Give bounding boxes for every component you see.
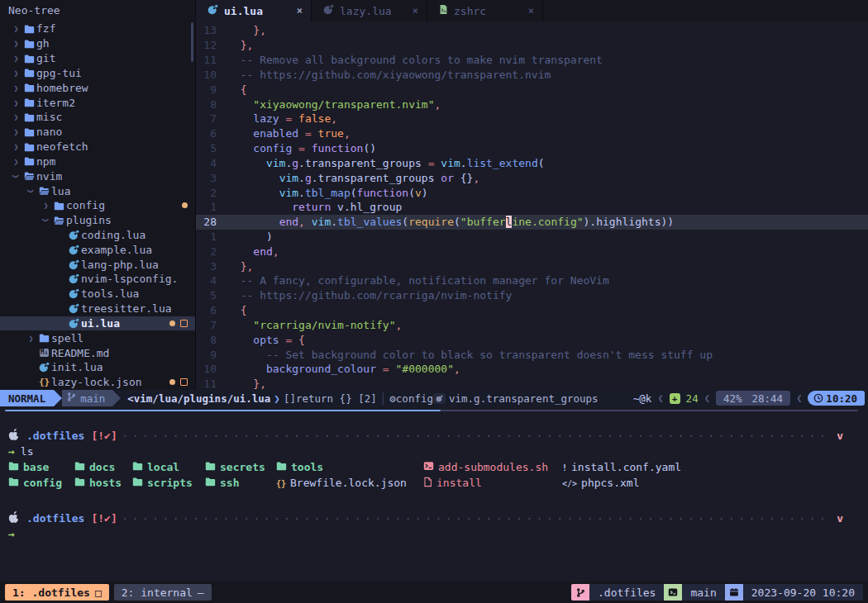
tree-item-gpg-tui[interactable]: ❯gpg-tui: [0, 65, 195, 80]
statusline: NORMAL main <vim/lua/plugins/ui.lua ❯ []…: [0, 390, 868, 406]
tree-item-codinglua[interactable]: coding.lua: [0, 228, 195, 243]
code-token: [305, 216, 312, 228]
code-token: .highlights)): [589, 216, 674, 228]
tree-item-uilua[interactable]: ui.lua: [0, 316, 195, 331]
line-number: 3: [196, 260, 227, 273]
tab-zshrc[interactable]: zshrc×: [427, 0, 543, 21]
tree-item-git[interactable]: ❯git: [0, 51, 195, 66]
ls-entry-label: add-submodules.sh: [438, 461, 548, 473]
tree-item-config[interactable]: ❯config: [0, 198, 195, 213]
tree-item-lazy-lockjson[interactable]: {}lazy-lock.json: [0, 375, 195, 390]
close-icon[interactable]: ×: [413, 5, 418, 17]
prompt-trail: v: [837, 512, 843, 525]
tree-item-nano[interactable]: ❯nano: [0, 125, 195, 140]
command-line-empty[interactable]: →: [8, 526, 868, 542]
editor-buffer[interactable]: 13 },12 },11 -- Remove all background co…: [196, 21, 868, 390]
code-token: or: [441, 172, 454, 184]
terminal-pane[interactable]: .dotfiles[!✔]···························…: [0, 415, 868, 582]
code-token: -- A fancy, configurable, notification m…: [227, 274, 609, 287]
tree-item-iterm2[interactable]: ❯iterm2: [0, 95, 195, 110]
powerline-separator: [54, 390, 62, 406]
tree-item-npm[interactable]: ❯npm: [0, 154, 195, 169]
tmux-datetime: 2023-09-20 10:20: [743, 586, 863, 599]
tree-item-misc[interactable]: ❯misc: [0, 110, 195, 125]
lua-file-icon: [67, 245, 81, 255]
prompt-filler: ········································…: [122, 513, 832, 525]
ls-entry-label: config: [23, 477, 62, 489]
tree-item-gh[interactable]: ❯gh: [0, 36, 195, 51]
line-number: 13: [196, 24, 227, 36]
tree-item-plugins[interactable]: ❯plugins: [0, 213, 195, 228]
code-text: config = function(): [227, 142, 376, 154]
code-token: vim: [312, 216, 331, 228]
ls-entry-label: secrets: [220, 461, 265, 473]
tree-item-examplelua[interactable]: example.lua: [0, 242, 195, 257]
tmux-pane-border[interactable]: [0, 406, 868, 415]
close-icon[interactable]: ×: [528, 5, 534, 17]
folder-icon: [8, 461, 19, 473]
editor-line: 4 -- A fancy, configurable, notification…: [196, 273, 868, 288]
line-number: 7: [196, 112, 227, 125]
code-token: tbl_values: [337, 216, 402, 228]
shell-prompt: .dotfiles[!✔]···························…: [8, 428, 868, 444]
code-token: [227, 157, 266, 169]
tree-item-lang-phplua[interactable]: lang-php.lua: [0, 257, 195, 272]
tree-item-label: nano: [36, 126, 62, 138]
tab-label: lazy.lua: [340, 5, 392, 17]
code-text: ): [227, 230, 273, 243]
left-chevron-icon: ❮: [796, 392, 802, 404]
code-token: {: [298, 334, 305, 346]
git-branch-icon: [67, 392, 76, 405]
code-text: end, vim.tbl_values(require("bufferline.…: [227, 216, 674, 228]
neotree-scrollbar[interactable]: [191, 22, 193, 62]
code-token: enabled: [253, 127, 298, 140]
line-number: 3: [196, 172, 227, 184]
prompt-cwd: .dotfiles: [26, 512, 84, 525]
tree-item-spell[interactable]: ❯spell: [0, 330, 195, 345]
tab-uilua[interactable]: ui.lua×: [196, 0, 312, 21]
folder-icon: [52, 201, 66, 211]
register-indicator: ~@k: [633, 392, 652, 405]
tab-lazylua[interactable]: lazy.lua×: [312, 0, 427, 21]
cursor-position: 28:44: [751, 392, 783, 405]
code-token: {}: [460, 172, 474, 184]
lua-file-icon: [207, 4, 218, 17]
ls-entry-label: phpcs.xml: [581, 477, 639, 489]
code-token: .: [298, 187, 305, 199]
close-icon[interactable]: ×: [297, 5, 303, 17]
tmux-window-label: 2: internal: [122, 586, 193, 599]
code-text: end,: [227, 245, 279, 258]
code-token: require: [408, 216, 454, 228]
code-token: "xiyaowong/transparent.nvim": [253, 98, 434, 111]
tree-item-label: spell: [51, 332, 83, 344]
tree-item-nvim-lspconfig[interactable]: nvim-lspconfig.: [0, 272, 195, 287]
ls-entry: !install.conf.yaml: [562, 461, 681, 473]
code-token: =: [298, 142, 305, 154]
tmux-right-status: .dotfiles main 2023-09-20 10:20: [571, 584, 863, 601]
folder-icon: [22, 127, 36, 137]
code-token: (: [402, 216, 408, 228]
tree-item-READMEmd[interactable]: M↓README.md: [0, 345, 195, 360]
neotree-sidebar: Neo-tree ❯fzf❯gh❯git❯gpg-tui❯homebrew❯it…: [0, 0, 196, 390]
ls-entry: {}Brewfile.lock.json: [276, 477, 423, 489]
tree-item-neofetch[interactable]: ❯neofetch: [0, 140, 195, 154]
git-added-icon: +: [670, 393, 680, 404]
ls-entry: tools: [276, 461, 423, 473]
tree-item-nvim[interactable]: ❯nvim: [0, 169, 195, 183]
tmux-window-active[interactable]: 1: .dotfiles□: [5, 584, 109, 601]
tree-item-homebrew[interactable]: ❯homebrew: [0, 80, 195, 95]
tmux-window-inactive[interactable]: 2: internal–: [114, 584, 212, 601]
lua-symbol-icon: [433, 393, 446, 404]
tree-item-treesitterlua[interactable]: treesitter.lua: [0, 302, 195, 316]
tree-item-fzf[interactable]: ❯fzf: [0, 21, 195, 36]
ls-entry: secrets: [205, 461, 276, 473]
tree-item-label: README.md: [51, 347, 109, 359]
tree-item-lua[interactable]: ❯lua: [0, 183, 195, 198]
code-text: },: [227, 39, 253, 51]
tree-item-toolslua[interactable]: tools.lua: [0, 287, 195, 302]
tree-item-label: coding.lua: [81, 229, 145, 241]
code-token: [227, 334, 253, 346]
ls-entry: base: [8, 461, 74, 473]
terminal-script-icon: [423, 461, 434, 473]
tree-item-initlua[interactable]: init.lua: [0, 360, 195, 375]
